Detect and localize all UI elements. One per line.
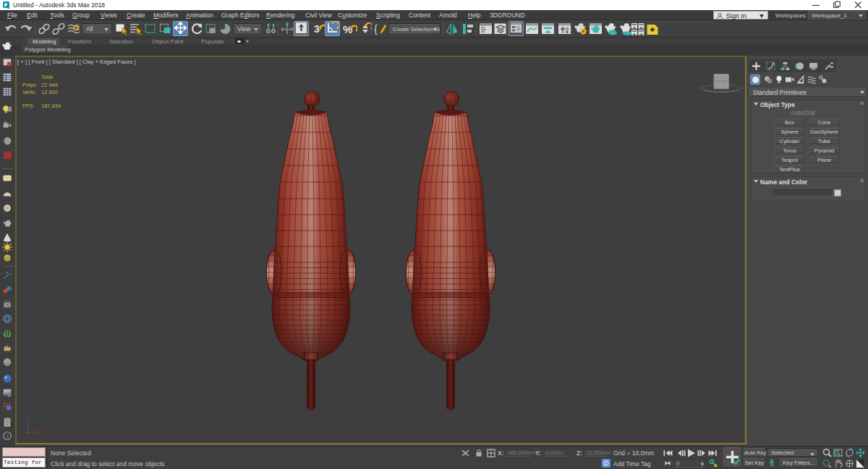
svg-text:?: ? [6,433,9,439]
svg-text:3: 3 [314,23,320,35]
svg-text:{: { [374,23,378,35]
